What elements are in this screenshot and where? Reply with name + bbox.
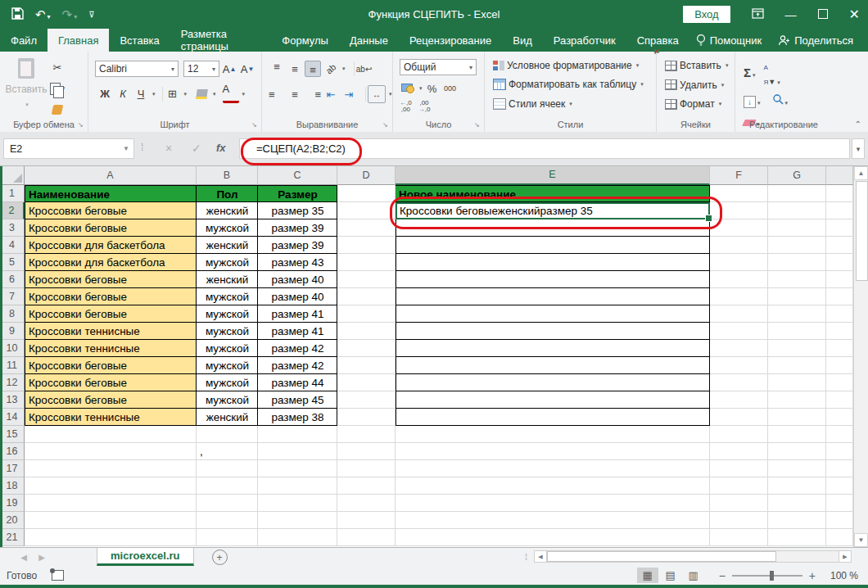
borders-dropdown-icon[interactable]: ▾ (184, 91, 188, 97)
cell-B20[interactable] (197, 512, 258, 529)
cell-A8[interactable]: Кроссовки беговые (25, 305, 197, 323)
cell-D1[interactable] (337, 185, 396, 202)
cell-C10[interactable]: размер 42 (258, 340, 337, 357)
cell-F2[interactable] (710, 202, 768, 219)
cell-D10[interactable] (337, 340, 396, 357)
row-header-12[interactable]: 12 (0, 374, 25, 391)
cell-B13[interactable]: мужской (197, 391, 258, 409)
cell-F14[interactable] (710, 409, 768, 426)
row-header-7[interactable]: 7 (0, 288, 25, 305)
copy-icon[interactable]: ▾ (49, 80, 66, 97)
cell-G4[interactable] (768, 237, 826, 254)
column-header-E[interactable]: E (396, 166, 710, 185)
cell-A4[interactable]: Кроссовки для баскетбола (25, 237, 197, 254)
cell-D20[interactable] (337, 512, 396, 529)
cell-E20[interactable] (396, 512, 710, 529)
cell-F10[interactable] (710, 340, 768, 357)
align-top-icon[interactable]: ≡ (269, 61, 285, 77)
cell-partial14[interactable] (826, 409, 853, 426)
sheet-next-icon[interactable]: ▶ (33, 548, 51, 566)
cell-E8[interactable] (396, 305, 710, 323)
tab-formulas[interactable]: Формулы (271, 29, 339, 52)
cell-C4[interactable]: размер 39 (258, 237, 337, 254)
cell-A2[interactable]: Кроссовки беговые (25, 202, 197, 219)
tab-review[interactable]: Рецензирование (399, 29, 502, 52)
cell-E4[interactable] (396, 237, 710, 254)
cell-C19[interactable] (258, 495, 337, 512)
align-left-icon[interactable]: ≡ (269, 86, 285, 102)
scroll-left-icon[interactable]: ◀ (534, 550, 547, 563)
cell-partial9[interactable] (826, 323, 853, 340)
column-header-partial[interactable] (826, 166, 853, 185)
cell-C18[interactable] (258, 477, 337, 495)
cell-E18[interactable] (396, 477, 710, 495)
orientation-icon[interactable]: ab (319, 57, 342, 80)
accounting-dropdown-icon[interactable]: ▾ (419, 85, 423, 92)
align-bottom-icon[interactable]: ≡ (305, 61, 321, 77)
cell-A20[interactable] (25, 512, 197, 529)
sheet-tab-active[interactable]: microexcel.ru (97, 548, 194, 566)
cell-F17[interactable] (710, 460, 768, 477)
cell-B1[interactable]: Пол (197, 185, 258, 202)
column-header-D[interactable]: D (337, 166, 396, 185)
column-header-F[interactable]: F (710, 166, 768, 185)
cell-G2[interactable] (768, 202, 826, 219)
tab-page-layout[interactable]: Разметка страницы (170, 29, 272, 52)
cell-C17[interactable] (258, 460, 337, 477)
cell-A16[interactable] (25, 443, 197, 460)
cell-C14[interactable]: размер 38 (258, 409, 337, 426)
cell-B5[interactable]: мужской (197, 254, 258, 271)
cell-F9[interactable] (710, 323, 768, 340)
share-button[interactable]: Поделиться (771, 34, 860, 47)
cell-C1[interactable]: Размер (258, 185, 337, 202)
cell-styles-button[interactable]: Стили ячеек▾ (490, 97, 576, 111)
cell-G18[interactable] (768, 477, 826, 495)
cell-G5[interactable] (768, 254, 826, 271)
cell-partial21[interactable] (826, 529, 853, 546)
tab-developer[interactable]: Разработчик (543, 29, 626, 52)
cell-partial10[interactable] (826, 340, 853, 357)
font-color-dropdown-icon[interactable]: ▾ (242, 91, 246, 97)
scroll-right-icon[interactable]: ▶ (839, 550, 852, 563)
row-header-11[interactable]: 11 (0, 357, 25, 374)
macro-record-icon[interactable] (52, 570, 64, 581)
cell-A13[interactable]: Кроссовки беговые (25, 391, 197, 409)
row-header-1[interactable]: 1 (0, 185, 25, 202)
insert-function-icon[interactable]: fx (216, 142, 226, 154)
sheet-prev-icon[interactable]: ◀ (15, 548, 33, 566)
cell-C13[interactable]: размер 45 (258, 391, 337, 409)
cell-E14[interactable] (396, 409, 710, 426)
cell-partial17[interactable] (826, 460, 853, 477)
minimize-button[interactable]: — (785, 9, 797, 20)
italic-button[interactable]: К (115, 86, 131, 102)
cell-B6[interactable]: женский (197, 271, 258, 288)
increase-decimal-icon[interactable]: ←,0,00 (400, 100, 412, 114)
wrap-text-icon[interactable]: ab↩ (356, 61, 373, 77)
alignment-dialog-launcher-icon[interactable]: ↘ (382, 121, 391, 129)
cell-F7[interactable] (710, 288, 768, 305)
cell-D14[interactable] (337, 409, 396, 426)
page-break-view-icon[interactable]: ▥ (683, 568, 704, 583)
cell-B18[interactable] (197, 477, 258, 495)
vertical-scrollbar[interactable]: ▲ ▼ (853, 166, 868, 547)
ribbon-display-options-icon[interactable] (752, 8, 764, 20)
row-header-6[interactable]: 6 (0, 271, 25, 288)
horizontal-scroll-thumb[interactable] (547, 551, 776, 562)
cell-B19[interactable] (197, 495, 258, 512)
cell-G16[interactable] (768, 443, 826, 460)
grow-font-button[interactable]: А▲ (221, 61, 237, 77)
cell-C21[interactable] (258, 529, 337, 546)
cell-A18[interactable] (25, 477, 197, 495)
cell-C5[interactable]: размер 43 (258, 254, 337, 271)
zoom-level[interactable]: 100 % (827, 570, 858, 581)
cell-G9[interactable] (768, 323, 826, 340)
cell-G17[interactable] (768, 460, 826, 477)
row-header-15[interactable]: 15 (0, 426, 25, 443)
vertical-scroll-thumb[interactable] (856, 181, 868, 281)
merge-center-icon[interactable]: ↔ (368, 85, 386, 103)
cell-G14[interactable] (768, 409, 826, 426)
cell-E16[interactable] (396, 443, 710, 460)
cell-A15[interactable] (25, 426, 197, 443)
cell-B11[interactable]: мужской (197, 357, 258, 374)
cell-D6[interactable] (337, 271, 396, 288)
